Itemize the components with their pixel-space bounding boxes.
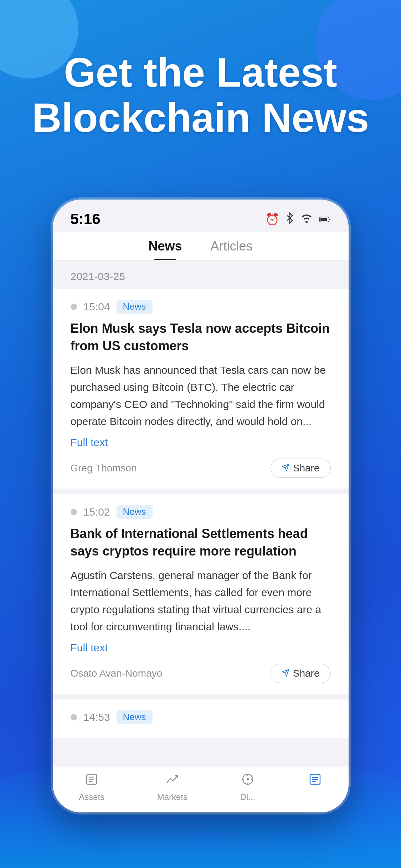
news-body-2: Agustín Carstens, general manager of the… [71,567,331,635]
news-footer-1: Greg Thomson Share [71,459,331,478]
news-time-2: 15:02 [83,506,110,518]
news-tag-3: News [117,710,153,724]
nav-markets[interactable]: Markets [157,772,187,802]
assets-icon [84,772,99,790]
share-icon-1 [282,463,289,474]
hero-line1: Get the Latest [29,50,372,95]
news-fulltext-1[interactable]: Full text [71,436,331,449]
news-body-1: Elon Musk has announced that Tesla cars … [71,362,331,430]
news-fulltext-2[interactable]: Full text [71,642,331,654]
bluetooth-icon [286,212,294,226]
tab-bar: News Articles [53,232,349,260]
news-meta-3: 14:53 News [71,710,331,724]
status-bar: 5:16 ⏰ [53,200,349,232]
content-area: 2021-03-25 15:04 News Elon Musk says Tes… [53,260,349,759]
hero-title: Get the Latest Blockchain News [29,50,372,140]
news-item-2: 15:02 News Bank of International Settlem… [53,494,349,694]
hero-section: Get the Latest Blockchain News [0,50,401,140]
news-time-1: 15:04 [83,301,110,313]
nav-discover[interactable]: Di... [240,772,256,802]
news-tag-1: News [117,300,153,314]
nav-discover-label: Di... [240,792,256,802]
news-author-1: Greg Thomson [71,463,137,474]
nav-assets-label: Assets [79,792,104,802]
hero-line2: Blockchain News [29,95,372,140]
news-item-3-partial: 14:53 News [53,699,349,738]
news-dot-3 [71,714,77,720]
phone-frame: 5:16 ⏰ [53,200,349,812]
news-item-1: 15:04 News Elon Musk says Tesla now acce… [53,289,349,489]
news-author-2: Osato Avan-Nomayo [71,668,163,679]
news-tag-2: News [117,505,153,519]
phone-mockup: 5:16 ⏰ [53,200,349,812]
tab-articles[interactable]: Articles [211,239,253,260]
news-title-2: Bank of International Settlements head s… [71,525,331,560]
wifi-icon [300,213,313,226]
markets-icon [165,772,179,790]
share-icon-2 [282,668,289,679]
news-dot-1 [71,304,77,310]
news-footer-2: Osato Avan-Nomayo Share [71,664,331,683]
nav-markets-label: Markets [157,792,187,802]
news-meta-2: 15:02 News [71,505,331,519]
news-dot-2 [71,509,77,515]
svg-rect-1 [320,218,327,221]
svg-point-4 [247,779,248,780]
news-nav-icon [308,772,322,790]
news-title-1: Elon Musk says Tesla now accepts Bitcoin… [71,320,331,355]
nav-news[interactable] [308,772,322,790]
share-button-1[interactable]: Share [271,459,331,478]
nav-assets[interactable]: Assets [79,772,104,802]
date-header: 2021-03-25 [53,260,349,289]
share-button-2[interactable]: Share [271,664,331,683]
status-time: 5:16 [71,211,101,228]
news-meta-1: 15:04 News [71,300,331,314]
discover-icon [241,772,255,790]
tab-news[interactable]: News [148,239,182,260]
status-icons: ⏰ [265,212,331,226]
news-time-3: 14:53 [83,711,110,723]
alarm-icon: ⏰ [265,212,279,226]
bottom-nav: Assets Markets [53,766,349,812]
battery-icon [319,213,331,226]
